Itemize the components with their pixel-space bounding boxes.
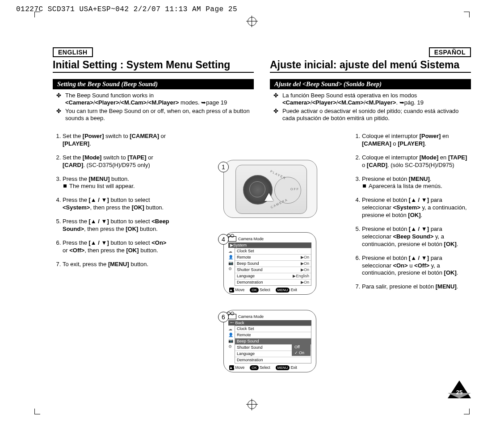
step: Presione el botón [▲ / ▼] para seleccion… — [362, 226, 471, 248]
lang-label-es: ESPAÑOL — [429, 47, 471, 57]
bullet-text: Puede activar o desactivar el sonido del… — [282, 108, 459, 121]
step: Coloque el interruptor [Power] en [CAMER… — [362, 133, 471, 148]
intro-bullets-es: ✤La función Beep Sound está operativa en… — [270, 92, 471, 122]
dial-label-off: OFF — [290, 188, 299, 191]
osd-value: ▶On — [301, 255, 309, 260]
osd-value: ▶English — [293, 273, 309, 279]
step: Set the [Power] switch to [CAMERA] or [P… — [63, 133, 172, 148]
osd-item: Remote — [237, 255, 251, 260]
step-circle-4: 4 — [218, 234, 229, 245]
step: Presione el botón [▲ / ▼] para seleccion… — [362, 196, 471, 219]
lang-label-en: ENGLISH — [53, 47, 93, 57]
updown-icon: ▲▼ — [229, 365, 234, 370]
ok-pill-icon: OK — [250, 365, 259, 370]
steps-es: Coloque el interruptor [Power] en [CAMER… — [352, 133, 471, 291]
figure-power-switch: PLAYER OFF CAMERA — [223, 160, 317, 218]
osd-item: Language — [237, 351, 255, 357]
steps-en: Set the [Power] switch to [CAMERA] or [P… — [53, 133, 172, 268]
step-circle-1: 1 — [218, 162, 229, 172]
intro-bullets-en: ✤The Beep Sound function works in <Camer… — [53, 92, 254, 122]
subheading-es: Ajuste del <Beep Sound> (Sonido Beep) — [270, 79, 471, 89]
arrow-up-icon — [265, 193, 273, 201]
menu-pill-icon: MENU — [276, 365, 290, 370]
osd-selected-category: ▶System — [228, 242, 311, 248]
osd-item: Shutter Sound — [237, 345, 263, 351]
osd-footer: ▲▼ Move OK Select MENU Exit — [228, 288, 311, 292]
crop-mark — [464, 12, 470, 17]
osd-back: ⭠ Back — [228, 320, 311, 326]
section-title-es: Ajuste inicial: ajuste del menú Sistema — [270, 59, 471, 73]
step: Press the [MENU] button.The menu list wi… — [63, 175, 172, 191]
osd-mode: Camera Mode — [238, 237, 264, 241]
menu-pill-icon: MENU — [276, 288, 290, 292]
osd-value: ▶On — [301, 267, 309, 273]
section-title-en: Initial Setting : System Menu Setting — [53, 59, 254, 73]
updown-icon: ▲▼ — [229, 288, 234, 292]
page-number-badge: 25 — [448, 379, 471, 398]
osd-option-off: Off — [292, 344, 311, 350]
crop-mark — [34, 409, 40, 414]
registration-mark — [248, 400, 256, 409]
osd-item-selected: Beep Sound — [237, 338, 259, 344]
osd-item: Demonstration — [237, 357, 263, 363]
osd-item: Beep Sound — [237, 261, 259, 267]
camcorder-icon — [228, 236, 236, 242]
step: Press the [▲ / ▼] button to select <On> … — [63, 239, 172, 255]
osd-item: Shutter Sound — [237, 267, 263, 273]
step: Press the [▲ / ▼] button to select <Beep… — [63, 218, 172, 233]
osd-item: Clock Set — [237, 326, 254, 332]
osd-menu-beep-options: Camera Mode ⭠ Back ☁👤📷⚙ Clock Set Remote… — [223, 310, 316, 372]
osd-item-list: Clock Set Remote▶On Beep Sound▶On Shutte… — [235, 248, 311, 286]
registration-mark — [248, 17, 256, 26]
bullet-text: La función Beep Sound está operativa en … — [282, 92, 424, 106]
osd-category-icons: ☁👤📷⚙ — [228, 326, 233, 350]
step: Presione el botón [MENU].Aparecerá la li… — [362, 175, 471, 191]
osd-value: ▶On — [301, 261, 309, 267]
bullet-text: You can turn the Beep Sound on or off, w… — [65, 108, 250, 121]
crop-mark — [34, 12, 40, 17]
osd-mode: Camera Mode — [238, 314, 264, 319]
bullet-text: The Beep Sound function works in <Camera… — [65, 92, 227, 106]
step: Press the [▲ / ▼] button to select <Syst… — [63, 196, 172, 212]
osd-item: Demonstration — [237, 280, 263, 285]
crop-mark — [464, 409, 470, 414]
step: Presione el botón [▲ / ▼] para seleccion… — [362, 255, 471, 277]
osd-option-popup: Off On — [292, 344, 311, 356]
camcorder-icon — [228, 314, 236, 319]
osd-category-icons: ☁👤📷⚙ — [228, 249, 233, 272]
osd-item: Remote — [237, 332, 251, 338]
osd-footer: ▲▼ Move OK Select MENU Exit — [228, 365, 311, 370]
step: Coloque el interruptor [Mode] en [TAPE] … — [362, 154, 471, 169]
step-circle-6: 6 — [218, 312, 229, 322]
osd-value: ▶On — [301, 280, 309, 285]
subheading-en: Setting the Beep Sound (Beep Sound) — [53, 79, 254, 89]
dial-label-player: PLAYER — [269, 170, 286, 180]
osd-option-on: On — [292, 350, 311, 356]
osd-item: Clock Set — [237, 248, 254, 254]
step: Set the [Mode] switch to [TAPE] or [CARD… — [63, 154, 172, 169]
osd-item: Language — [237, 273, 255, 279]
step: To exit, press the [MENU] button. — [63, 261, 172, 268]
ok-pill-icon: OK — [250, 288, 259, 292]
print-header: 01227C SCD371 USA+ESP~042 2/2/07 11:13 A… — [16, 5, 237, 13]
step: Para salir, presione el botón [MENU]. — [362, 283, 471, 291]
osd-menu-system: Camera Mode ▶System ☁👤📷⚙ Clock Set Remot… — [223, 232, 316, 295]
